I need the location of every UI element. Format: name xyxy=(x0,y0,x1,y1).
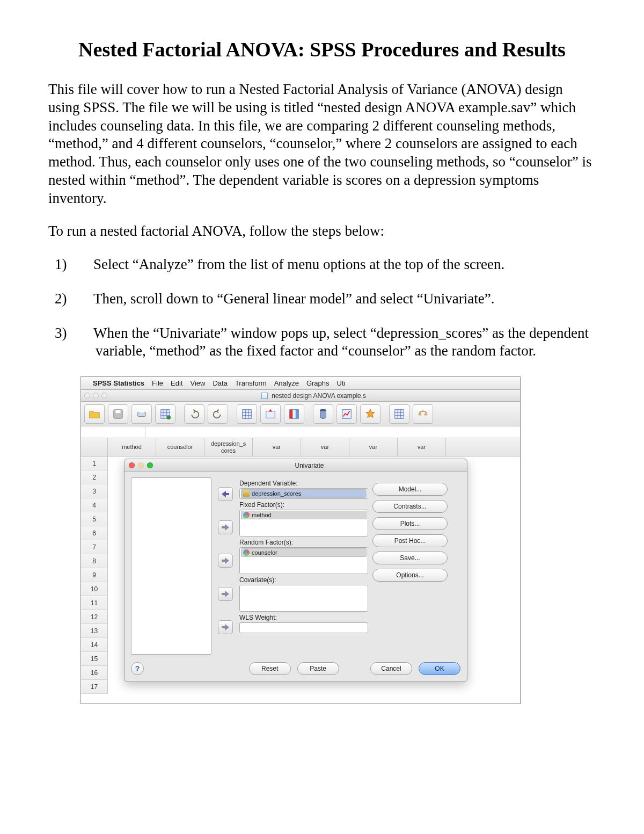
find-button[interactable] xyxy=(313,404,333,424)
mac-menubar: SPSS Statistics File Edit View Data Tran… xyxy=(81,377,520,390)
row-number[interactable]: 12 xyxy=(81,610,108,624)
menu-utilities[interactable]: Uti xyxy=(337,379,346,387)
var-depression-scores[interactable]: depression_scores xyxy=(241,489,367,498)
var-counselor[interactable]: counselor xyxy=(241,548,367,557)
row-number[interactable]: 7 xyxy=(81,540,108,554)
random-factors-box[interactable]: counselor xyxy=(239,547,368,574)
svg-rect-10 xyxy=(296,409,299,418)
row-number[interactable]: 11 xyxy=(81,596,108,610)
row-number[interactable]: 6 xyxy=(81,526,108,540)
row-number[interactable]: 1 xyxy=(81,456,108,470)
menu-analyze[interactable]: Analyze xyxy=(274,379,299,387)
move-wls-button[interactable] xyxy=(218,620,233,634)
post-hoc-button[interactable]: Post Hoc... xyxy=(372,534,448,547)
menu-edit[interactable]: Edit xyxy=(171,379,182,387)
dialog-close-button[interactable] xyxy=(129,462,135,468)
app-name[interactable]: SPSS Statistics xyxy=(93,379,144,387)
zoom-window-button[interactable] xyxy=(101,393,107,398)
fixed-factors-label: Fixed Factor(s): xyxy=(239,501,368,509)
model-button[interactable]: Model... xyxy=(372,483,448,496)
step-2: 2)Then, scroll down to “General linear m… xyxy=(75,290,596,308)
col-var-1[interactable]: var xyxy=(253,438,301,456)
help-button[interactable]: ? xyxy=(131,662,144,675)
weight-cases-button[interactable] xyxy=(413,404,433,424)
cell-value[interactable] xyxy=(145,426,520,438)
col-var-4[interactable]: var xyxy=(398,438,446,456)
col-counselor[interactable]: counselor xyxy=(156,438,204,456)
cell-name[interactable] xyxy=(81,426,145,438)
page-title: Nested Factorial ANOVA: SPSS Procedures … xyxy=(48,38,596,61)
menu-data[interactable]: Data xyxy=(213,379,227,387)
steps-list: 1)Select “Analyze” from the list of menu… xyxy=(75,256,596,360)
print-button[interactable] xyxy=(131,404,152,424)
source-variable-list[interactable] xyxy=(131,477,211,655)
menu-file[interactable]: File xyxy=(152,379,163,387)
lead-paragraph: To run a nested factorial ANOVA, follow … xyxy=(48,222,596,241)
intro-paragraph: This file will cover how to run a Nested… xyxy=(48,81,596,207)
options-button[interactable]: Options... xyxy=(372,569,448,582)
fixed-factors-box[interactable]: method xyxy=(239,510,368,536)
dialog-zoom-button[interactable] xyxy=(147,462,153,468)
save-button[interactable]: Save... xyxy=(372,552,448,564)
row-number[interactable]: 5 xyxy=(81,512,108,526)
redo-button[interactable] xyxy=(208,404,228,424)
row-number[interactable]: 15 xyxy=(81,652,108,666)
paste-button[interactable]: Paste xyxy=(297,662,339,675)
variables-button[interactable] xyxy=(284,404,304,424)
move-fixed-button[interactable] xyxy=(218,520,233,534)
data-button[interactable] xyxy=(155,404,175,424)
row-numbers: 1234567891011121314151617 xyxy=(81,456,108,694)
menu-transform[interactable]: Transform xyxy=(235,379,267,387)
nominal-measure-icon xyxy=(243,549,250,556)
row-number[interactable]: 10 xyxy=(81,582,108,596)
reset-button[interactable]: Reset xyxy=(249,662,291,675)
covariates-box[interactable] xyxy=(239,585,368,612)
var-method[interactable]: method xyxy=(241,511,367,519)
open-file-button[interactable] xyxy=(84,404,105,424)
chart-button[interactable] xyxy=(336,404,357,424)
cell-editor xyxy=(81,426,520,438)
cancel-button[interactable]: Cancel xyxy=(370,662,412,675)
row-number[interactable]: 17 xyxy=(81,680,108,694)
ok-button[interactable]: OK xyxy=(419,662,460,675)
row-number[interactable]: 9 xyxy=(81,568,108,582)
dependent-variable-box[interactable]: depression_scores xyxy=(239,488,368,499)
save-button[interactable] xyxy=(108,404,128,424)
document-icon xyxy=(261,393,268,399)
minimize-window-button[interactable] xyxy=(93,393,99,398)
contrasts-button[interactable]: Contrasts... xyxy=(372,500,448,513)
move-dependent-button[interactable] xyxy=(218,487,233,501)
col-depression-scores[interactable]: depression_s cores xyxy=(204,438,253,456)
move-random-button[interactable] xyxy=(218,554,233,568)
dialog-minimize-button[interactable] xyxy=(138,462,144,468)
row-number[interactable]: 2 xyxy=(81,470,108,484)
col-var-3[interactable]: var xyxy=(349,438,398,456)
row-number[interactable]: 4 xyxy=(81,498,108,512)
undo-button[interactable] xyxy=(184,404,204,424)
menu-view[interactable]: View xyxy=(190,379,205,387)
covariates-label: Covariate(s): xyxy=(239,576,368,584)
svg-rect-6 xyxy=(243,409,252,418)
goto-case-button[interactable] xyxy=(237,404,257,424)
close-window-button[interactable] xyxy=(84,393,90,398)
move-covariate-button[interactable] xyxy=(218,587,233,601)
step-3: 3)When the “Univariate” window pops up, … xyxy=(75,324,596,361)
row-number[interactable]: 13 xyxy=(81,624,108,638)
col-method[interactable]: method xyxy=(108,438,156,456)
menu-graphs[interactable]: Graphs xyxy=(306,379,330,387)
row-number[interactable]: 8 xyxy=(81,554,108,568)
plots-button[interactable]: Plots... xyxy=(372,517,448,530)
wls-weight-label: WLS Weight: xyxy=(239,614,368,621)
svg-rect-3 xyxy=(139,409,144,412)
select-cases-button[interactable] xyxy=(360,404,380,424)
row-number[interactable]: 14 xyxy=(81,638,108,652)
wls-weight-box[interactable] xyxy=(239,622,368,633)
value-labels-button[interactable] xyxy=(389,404,409,424)
random-factors-label: Random Factor(s): xyxy=(239,539,368,546)
toolbar xyxy=(81,402,520,426)
data-grid: 1234567891011121314151617 Univariate xyxy=(81,456,520,704)
row-number[interactable]: 16 xyxy=(81,666,108,680)
row-number[interactable]: 3 xyxy=(81,484,108,498)
col-var-2[interactable]: var xyxy=(301,438,349,456)
goto-variable-button[interactable] xyxy=(260,404,281,424)
